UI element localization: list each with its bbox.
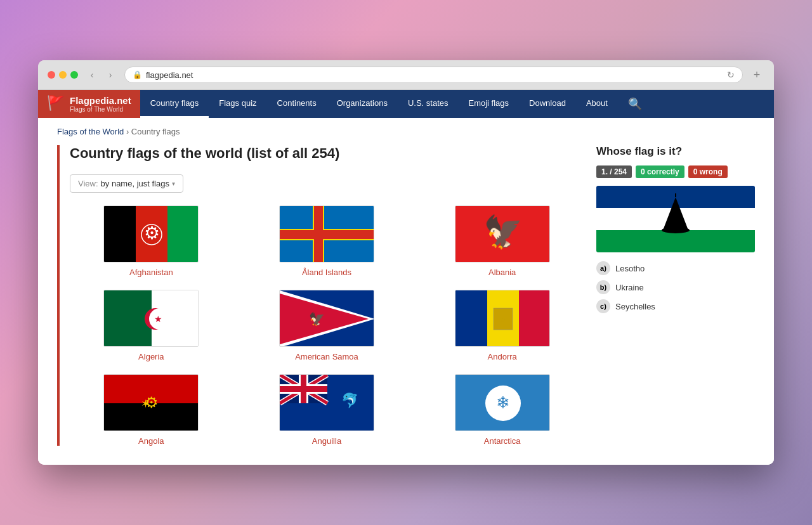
- maximize-button[interactable]: [70, 71, 78, 79]
- flag-name-aland[interactable]: Åland Islands: [302, 268, 351, 277]
- logo-block[interactable]: 🚩 Flagpedia.net Flags of The World: [38, 90, 140, 118]
- breadcrumb: Flags of the World › Country flags: [38, 118, 774, 145]
- option-b-text: Ukraine: [615, 283, 644, 292]
- option-b-letter: b): [596, 280, 610, 294]
- view-selector[interactable]: View: by name, just flags ▾: [70, 174, 183, 193]
- svg-rect-39: [280, 386, 327, 392]
- flag-image-afghanistan: ⚙: [103, 205, 199, 262]
- site-nav: 🚩 Flagpedia.net Flags of The World Count…: [38, 90, 774, 118]
- svg-point-48: [662, 227, 690, 233]
- logo-title: Flagpedia.net: [70, 95, 131, 106]
- minimize-button[interactable]: [59, 71, 67, 79]
- breadcrumb-home[interactable]: Flags of the World: [57, 127, 124, 136]
- nav-item-emoji-flags[interactable]: Emoji flags: [458, 90, 519, 118]
- svg-rect-0: [104, 206, 136, 262]
- url-text: flagpedia.net: [146, 70, 193, 80]
- nav-buttons: ‹ ›: [84, 67, 118, 82]
- flag-item-albania: 🦅 Albania: [421, 205, 584, 277]
- flag-item-american-samoa: 🦅 American Samoa: [246, 290, 409, 361]
- svg-text:✶: ✶: [141, 398, 150, 410]
- flag-image-algeria: ★: [103, 290, 199, 347]
- view-value: by name, just flags: [101, 179, 169, 188]
- nav-item-country-flags[interactable]: Country flags: [140, 90, 209, 118]
- svg-text:🦅: 🦅: [308, 311, 324, 327]
- flag-image-andorra: ⚜: [455, 290, 550, 347]
- quiz-option-c[interactable]: c) Seychelles: [596, 299, 755, 313]
- security-icon: 🔒: [133, 70, 142, 79]
- quiz-option-b[interactable]: b) Ukraine: [596, 280, 755, 294]
- svg-text:★: ★: [154, 314, 162, 324]
- option-c-text: Seychelles: [615, 302, 655, 311]
- browser-chrome: ‹ › 🔒 flagpedia.net ↻ +: [38, 60, 774, 90]
- flag-item-antarctica: ❄ Antarctica: [421, 374, 584, 446]
- flag-name-anguilla[interactable]: Anguilla: [312, 436, 341, 446]
- flag-item-algeria: ★ Algeria: [70, 290, 233, 361]
- svg-rect-46: [596, 230, 755, 252]
- flag-item-angola: ⚙ ✶ Angola: [70, 374, 233, 446]
- svg-text:🦅: 🦅: [483, 213, 523, 251]
- flag-name-albania[interactable]: Albania: [488, 268, 516, 277]
- svg-rect-12: [104, 290, 152, 347]
- new-tab-button[interactable]: +: [749, 67, 764, 82]
- flag-image-antarctica: ❄: [455, 374, 550, 431]
- traffic-lights: [48, 71, 78, 79]
- browser-window: ‹ › 🔒 flagpedia.net ↻ + 🚩 Flagpedia.net …: [38, 60, 774, 465]
- flag-name-algeria[interactable]: Algeria: [138, 352, 164, 361]
- page-title: Country flags of the world (list of all …: [70, 145, 584, 162]
- flag-image-american-samoa: 🦅: [279, 290, 374, 347]
- flag-name-antarctica[interactable]: Antarctica: [484, 436, 521, 446]
- breadcrumb-current: Country flags: [131, 127, 180, 136]
- nav-item-continents[interactable]: Continents: [267, 90, 327, 118]
- flag-image-albania: 🦅: [455, 205, 550, 262]
- nav-items: Country flags Flags quiz Continents Orga…: [140, 90, 774, 118]
- svg-rect-23: [519, 290, 550, 347]
- logo-icon: 🚩: [47, 95, 65, 113]
- view-label: View:: [78, 179, 98, 188]
- nav-item-flags-quiz[interactable]: Flags quiz: [209, 90, 266, 118]
- address-bar[interactable]: 🔒 flagpedia.net ↻: [124, 67, 743, 83]
- flag-name-afghanistan[interactable]: Afghanistan: [129, 268, 173, 277]
- breadcrumb-separator: ›: [126, 127, 129, 136]
- logo-text: Flagpedia.net Flags of The World: [70, 95, 131, 113]
- option-a-text: Lesotho: [615, 264, 645, 273]
- svg-rect-2: [167, 206, 199, 262]
- nav-item-download[interactable]: Download: [519, 90, 576, 118]
- flag-item-afghanistan: ⚙ Afghanistan: [70, 205, 233, 277]
- quiz-flag[interactable]: [596, 186, 755, 252]
- quiz-stats: 1. / 254 0 correctly 0 wrong: [596, 165, 755, 178]
- forward-button[interactable]: ›: [103, 67, 118, 82]
- quiz-title: Whose flag is it?: [596, 145, 755, 158]
- nav-item-us-states[interactable]: U.S. states: [398, 90, 459, 118]
- flag-item-andorra: ⚜ Andorra: [421, 290, 584, 361]
- flags-grid: ⚙ Afghanistan: [70, 205, 584, 446]
- flag-image-angola: ⚙ ✶: [103, 374, 199, 431]
- quiz-wrong: 0 wrong: [688, 165, 728, 178]
- back-button[interactable]: ‹: [84, 67, 100, 82]
- flag-name-american-samoa[interactable]: American Samoa: [295, 352, 358, 361]
- svg-text:⚜: ⚜: [499, 316, 506, 325]
- search-icon[interactable]: 🔍: [618, 90, 652, 118]
- svg-text:🐬: 🐬: [341, 392, 358, 409]
- flag-item-aland: Åland Islands: [246, 205, 409, 277]
- nav-item-about[interactable]: About: [576, 90, 618, 118]
- close-button[interactable]: [48, 71, 55, 79]
- quiz-option-a[interactable]: a) Lesotho: [596, 261, 755, 275]
- quiz-current: 1. / 254: [596, 165, 632, 178]
- sidebar-quiz: Whose flag is it? 1. / 254 0 correctly 0…: [596, 145, 755, 446]
- chevron-down-icon: ▾: [172, 180, 175, 187]
- quiz-options: a) Lesotho b) Ukraine c) Seychelles: [596, 261, 755, 313]
- logo-subtitle: Flags of The World: [70, 106, 131, 113]
- reload-icon[interactable]: ↻: [727, 70, 735, 80]
- main-content: Country flags of the world (list of all …: [57, 145, 584, 446]
- option-c-letter: c): [596, 299, 610, 313]
- flag-name-angola[interactable]: Angola: [138, 436, 164, 446]
- nav-item-organizations[interactable]: Organizations: [327, 90, 398, 118]
- quiz-correct: 0 correctly: [636, 165, 684, 178]
- flag-item-anguilla: 🐬 Anguilla: [246, 374, 409, 446]
- flag-name-andorra[interactable]: Andorra: [488, 352, 517, 361]
- option-a-letter: a): [596, 261, 610, 275]
- content-area: Country flags of the world (list of all …: [38, 145, 774, 465]
- site-container: 🚩 Flagpedia.net Flags of The World Count…: [38, 90, 774, 465]
- svg-rect-9: [280, 230, 374, 239]
- flag-image-anguilla: 🐬: [279, 374, 374, 431]
